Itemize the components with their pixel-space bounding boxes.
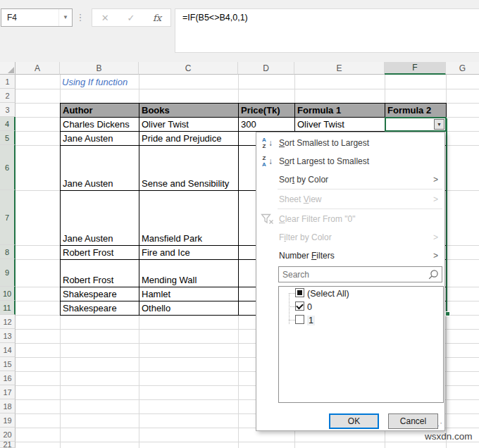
author-cell[interactable]: Shakespeare [61,301,139,316]
author-cell[interactable]: Jane Austen [61,132,139,146]
book-cell[interactable]: Fire and Ice [139,246,239,260]
menu-item-label: Sort Smallest to Largest [279,138,369,148]
header-books[interactable]: Books [139,104,239,118]
menu-item-clear-filter[interactable]: Clear Filter From "0" [256,210,444,228]
filter-menu: A Z ↓ Sort Smallest to Largest Z A ↓ Sor… [256,132,445,431]
menu-separator [278,189,442,189]
row-header-selected[interactable]: 8 [0,245,15,259]
row-header[interactable]: 20 [0,428,15,442]
row-header[interactable]: 19 [0,413,15,428]
book-cell[interactable]: Hamlet [139,287,239,301]
row-header[interactable]: 18 [0,399,15,413]
price-cell[interactable]: 300 [239,118,295,132]
sheet-note[interactable]: Using If function [62,77,127,87]
author-cell[interactable]: Jane Austen [61,146,139,191]
enter-icon[interactable]: ✓ [127,13,135,23]
formula-bar[interactable]: =IF(B5<>B4,0,1) [175,8,479,53]
name-box-dropdown-icon[interactable]: ▼ [58,9,72,26]
search-icon [428,269,439,283]
submenu-chevron-icon: > [433,175,438,185]
header-price[interactable]: Price(Tk) [239,104,295,118]
row-header[interactable]: 3 [0,103,15,117]
column-header[interactable]: C [139,62,238,75]
formula-bar-area: F4 ▼ ⋮ ✕ ✓ fx =IF(B5<>B4,0,1) [0,0,479,62]
list-item-label: 1 [307,316,315,325]
checkbox-checked[interactable] [295,301,304,311]
menu-item-sort-smallest-to-largest[interactable]: A Z ↓ Sort Smallest to Largest [256,134,444,152]
column-header[interactable]: G [446,62,479,75]
checkbox-unchecked[interactable] [295,315,304,324]
checkbox-indeterminate[interactable] [295,288,304,297]
row-header-selected[interactable]: 10 [0,287,15,301]
submenu-chevron-icon: > [433,232,438,242]
list-item-label: (Select All) [307,289,349,299]
ok-button[interactable]: OK [329,413,379,429]
row-header[interactable]: 1 [0,75,15,89]
author-cell[interactable]: Charles Dickens [61,118,139,132]
cancel-button[interactable]: Cancel [388,413,438,429]
cancel-icon[interactable]: ✕ [101,13,109,23]
row-header-selected[interactable]: 4 [0,117,15,131]
menu-item-filter-by-color[interactable]: Filter by Color > [256,228,444,247]
clear-filter-icon [261,213,274,227]
column-header[interactable]: E [294,62,385,75]
author-cell[interactable]: Jane Austen [61,191,139,246]
menu-item-label: Sheet View [279,194,322,204]
row-header[interactable]: 2 [0,89,15,103]
column-header-selected[interactable]: F [385,62,446,75]
book-cell[interactable]: Mending Wall [139,260,239,287]
active-cell-F4[interactable]: ▼ [385,117,447,132]
row-header[interactable]: 15 [0,357,15,371]
menu-item-number-filters[interactable]: Number Filters > [256,247,444,265]
menu-item-sort-by-color[interactable]: Sort by Color > [256,170,444,189]
book-cell[interactable]: Pride and Prejudice [139,132,239,146]
list-item-0[interactable]: 0 [279,300,443,313]
row-header[interactable]: 21 [0,442,15,448]
filter-dropdown-button[interactable]: ▼ [434,119,444,130]
select-all-corner[interactable] [0,62,15,75]
column-header[interactable]: A [15,62,60,75]
resize-grip-icon[interactable]: ⋰ [435,422,442,430]
header-formula2[interactable]: Formula 2 [385,104,447,118]
menu-separator [278,209,442,209]
author-cell[interactable]: Shakespeare [61,287,139,301]
search-box[interactable] [278,266,442,282]
row-header[interactable]: 16 [0,371,15,385]
menu-item-sheet-view[interactable]: Sheet View > [256,190,444,209]
row-header[interactable]: 17 [0,385,15,399]
filter-values-list: (Select All) 0 1 [278,286,444,403]
header-author[interactable]: Author [61,104,139,118]
author-cell[interactable]: Robert Frost [61,260,139,287]
row-header[interactable]: 14 [0,343,15,357]
header-formula1[interactable]: Formula 1 [295,104,385,118]
author-cell[interactable]: Robert Frost [61,246,139,260]
insert-function-icon[interactable]: fx [153,13,161,23]
column-header[interactable]: B [60,62,139,75]
list-item-select-all[interactable]: (Select All) [279,287,443,300]
submenu-chevron-icon: > [433,194,438,204]
row-header-selected[interactable]: 5 [0,131,15,145]
book-cell[interactable]: Mansfield Park [139,191,239,246]
row-header-selected[interactable]: 9 [0,259,15,287]
fill-handle[interactable] [445,311,450,316]
submenu-chevron-icon: > [433,251,438,261]
book-cell[interactable]: Oliver Twist [139,118,239,132]
formula-buttons: ✕ ✓ fx [92,8,171,27]
row-header[interactable]: 12 [0,315,15,329]
list-item-1[interactable]: 1 [279,313,443,327]
list-item-label: 0 [307,302,312,312]
column-header[interactable]: D [238,62,294,75]
row-header-selected[interactable]: 11 [0,301,15,315]
book-cell[interactable]: Othello [139,301,239,316]
more-options-icon[interactable]: ⋮ [75,10,85,25]
name-box[interactable]: F4 ▼ [1,8,73,27]
row-header[interactable]: 13 [0,329,15,343]
menu-item-sort-largest-to-smallest[interactable]: Z A ↓ Sort Largest to Smallest [256,152,444,170]
menu-item-label: Number Filters [279,251,335,261]
menu-item-label: Sort by Color [279,175,328,185]
book-cell[interactable]: Sense and Sensibility [139,146,239,191]
row-header-selected[interactable]: 7 [0,190,15,245]
row-header-selected[interactable]: 6 [0,145,15,190]
formula1-cell[interactable]: Oliver Twist [295,118,385,132]
search-input[interactable] [279,267,442,282]
